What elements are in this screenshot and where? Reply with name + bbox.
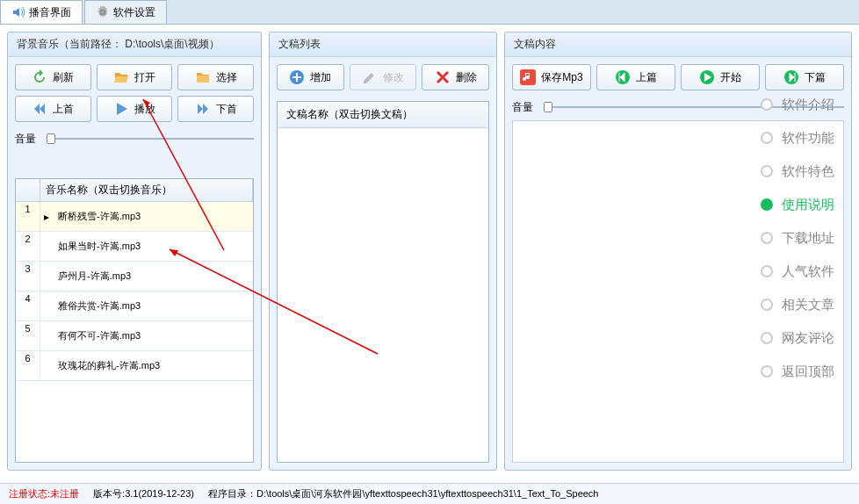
version-info: 版本号:3.1(2019-12-23)	[93, 487, 194, 500]
table-row[interactable]: 3庐州月-许嵩.mp3	[16, 262, 253, 292]
tabs-bar: 播音界面 软件设置	[0, 0, 859, 25]
table-row[interactable]: 6玫瑰花的葬礼-许嵩.mp3	[16, 351, 253, 381]
table-row[interactable]: 5有何不可-许嵩.mp3	[16, 321, 253, 351]
edit-icon	[362, 69, 378, 85]
folder-icon	[195, 69, 211, 85]
music-note-icon	[520, 69, 536, 85]
tab-label: 软件设置	[113, 5, 155, 20]
edit-button[interactable]: 修改	[350, 64, 417, 90]
prev-icon	[32, 101, 47, 117]
status-bar: 注册状态:未注册 版本号:3.1(2019-12-23) 程序目录：D:\too…	[0, 483, 859, 504]
doc-list[interactable]: 文稿名称（双击切换文稿）	[277, 101, 489, 463]
play-circle-icon	[699, 69, 715, 85]
folder-open-icon	[113, 69, 129, 85]
volume-slider[interactable]	[41, 131, 254, 147]
nav-dot-icon	[761, 165, 773, 177]
speaker-icon	[11, 5, 25, 19]
list-header: 文稿名称（双击切换文稿）	[278, 102, 488, 128]
volume-label: 音量	[15, 132, 36, 147]
refresh-button[interactable]: 刷新	[15, 64, 91, 90]
gear-icon	[96, 5, 110, 19]
side-nav-item[interactable]: 软件介绍	[761, 88, 848, 121]
open-button[interactable]: 打开	[97, 64, 173, 90]
nav-dot-icon	[761, 365, 773, 378]
tab-broadcast[interactable]: 播音界面	[0, 0, 83, 24]
nav-dot-icon	[761, 265, 773, 277]
side-nav-item[interactable]: 软件特色	[761, 155, 848, 188]
next-doc-button[interactable]: 下篇	[765, 64, 844, 90]
next-circle-icon	[783, 69, 799, 85]
start-button[interactable]: 开始	[681, 64, 760, 90]
refresh-icon	[32, 69, 47, 85]
play-icon	[113, 101, 129, 117]
delete-icon	[435, 69, 451, 85]
program-path: 程序目录：D:\tools\桌面\河东软件园\yftexttospeech31\…	[208, 487, 598, 500]
delete-button[interactable]: 删除	[422, 64, 489, 90]
volume-label: 音量	[512, 100, 533, 115]
table-row[interactable]: 1▸断桥残雪-许嵩.mp3	[16, 202, 253, 232]
music-table: 音乐名称（双击切换音乐） 1▸断桥残雪-许嵩.mp32如果当时-许嵩.mp33庐…	[15, 178, 254, 463]
panel-title: 背景音乐（当前路径： D:\tools\桌面\视频）	[8, 32, 261, 57]
nav-dot-icon	[761, 132, 773, 144]
side-nav-item[interactable]: 网友评论	[761, 321, 848, 355]
play-button[interactable]: 播放	[97, 96, 173, 122]
side-nav: 软件介绍软件功能软件特色使用说明下载地址人气软件相关文章网友评论返回顶部	[761, 88, 848, 388]
tab-settings[interactable]: 软件设置	[84, 0, 167, 24]
panel-title: 文稿列表	[270, 32, 496, 57]
nav-dot-icon	[761, 232, 773, 244]
col-index	[16, 179, 40, 201]
next-track-button[interactable]: 下首	[177, 96, 254, 122]
prev-track-button[interactable]: 上首	[15, 96, 91, 122]
registration-status: 注册状态:未注册	[9, 487, 79, 500]
panel-title: 文稿内容	[505, 32, 851, 57]
add-icon	[289, 69, 305, 85]
panel-doclist: 文稿列表 增加 修改 删除 文稿名称（双击切换文稿）	[269, 32, 497, 471]
nav-dot-icon	[761, 198, 773, 211]
tab-label: 播音界面	[29, 5, 71, 20]
nav-dot-icon	[761, 332, 773, 344]
prev-circle-icon	[615, 69, 631, 85]
side-nav-item[interactable]: 返回顶部	[761, 355, 848, 388]
save-mp3-button[interactable]: 保存Mp3	[512, 64, 591, 90]
select-button[interactable]: 选择	[177, 64, 254, 90]
main-area: 背景音乐（当前路径： D:\tools\桌面\视频） 刷新 打开 选择	[0, 25, 859, 478]
table-row[interactable]: 4雅俗共赏-许嵩.mp3	[16, 292, 253, 321]
next-icon	[195, 101, 211, 117]
side-nav-item[interactable]: 下载地址	[761, 221, 848, 255]
prev-doc-button[interactable]: 上篇	[596, 64, 675, 90]
side-nav-item[interactable]: 相关文章	[761, 288, 848, 321]
side-nav-item[interactable]: 使用说明	[761, 188, 848, 221]
table-row[interactable]: 2如果当时-许嵩.mp3	[16, 232, 253, 262]
nav-dot-icon	[761, 98, 773, 111]
add-button[interactable]: 增加	[277, 64, 344, 90]
col-name: 音乐名称（双击切换音乐）	[40, 179, 253, 201]
side-nav-item[interactable]: 人气软件	[761, 255, 848, 288]
side-nav-item[interactable]: 软件功能	[761, 121, 848, 155]
panel-bgmusic: 背景音乐（当前路径： D:\tools\桌面\视频） 刷新 打开 选择	[7, 32, 262, 471]
nav-dot-icon	[761, 299, 773, 311]
